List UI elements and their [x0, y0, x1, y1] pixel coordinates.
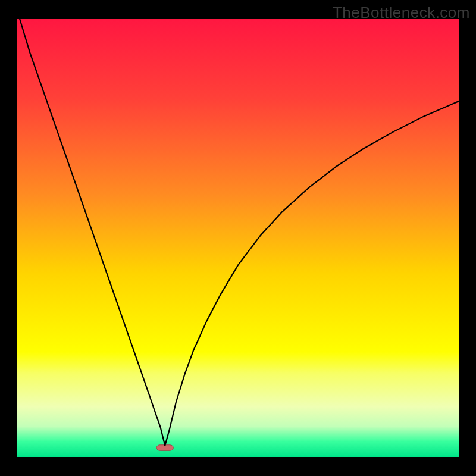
- watermark-text: TheBottleneck.com: [333, 4, 470, 22]
- plot-background: [17, 19, 459, 457]
- chart-frame: TheBottleneck.com: [0, 0, 476, 476]
- chart-svg: [0, 0, 476, 476]
